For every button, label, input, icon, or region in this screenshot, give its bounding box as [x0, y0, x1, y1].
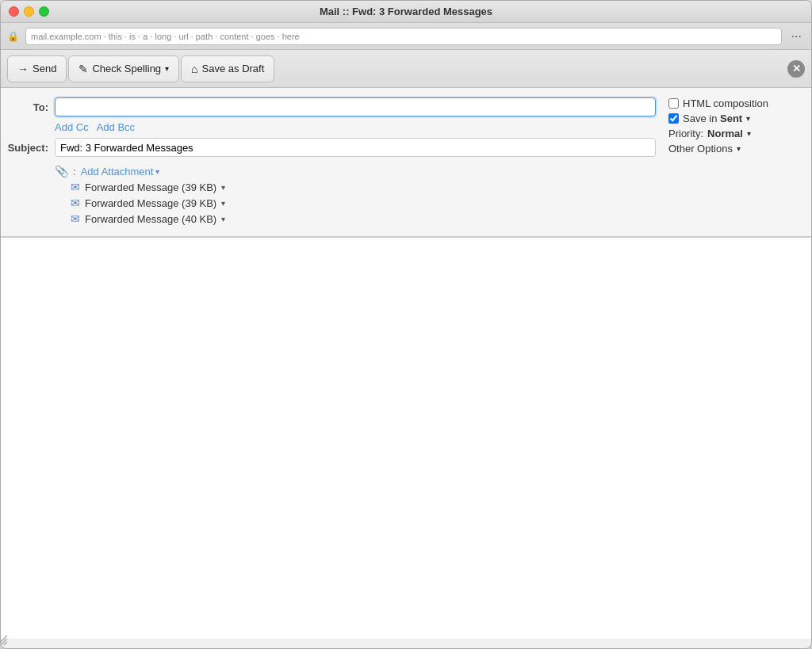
- save-as-draft-button[interactable]: ⌂ Save as Draft: [181, 55, 274, 82]
- attachment-name-3: Forwarded Message (40 KB): [85, 213, 216, 225]
- compose-body[interactable]: [1, 237, 811, 639]
- add-attachment-label: Add Attachment: [81, 166, 154, 178]
- paperclip-icon: 📎: [55, 165, 68, 178]
- priority-label: Priority:: [668, 128, 703, 139]
- envelope-icon: ✉: [71, 181, 80, 193]
- compose-area: To: Add Cc Add Bcc Subject: 📎: [1, 88, 811, 639]
- check-spelling-label: Check Spelling: [92, 63, 161, 74]
- html-composition-checkbox[interactable]: [668, 98, 679, 109]
- cc-bcc-row: Add Cc Add Bcc: [1, 120, 662, 135]
- attachment-name-2: Forwarded Message (39 KB): [85, 197, 216, 209]
- html-composition-row: HTML composition: [668, 97, 802, 109]
- check-spelling-icon: ✎: [79, 63, 88, 75]
- url-input[interactable]: mail.example.com · this · is · a · long …: [25, 28, 782, 45]
- svg-line-1: [1, 639, 7, 645]
- resize-icon: [0, 636, 7, 645]
- subject-input[interactable]: [55, 138, 656, 157]
- list-item: ✉ Forwarded Message (39 KB) ▾: [7, 181, 656, 193]
- list-item: ✉ Forwarded Message (40 KB) ▾: [7, 212, 656, 225]
- html-composition-label[interactable]: HTML composition: [683, 97, 768, 109]
- save-in-sent-bold: Sent: [720, 113, 742, 124]
- save-in-sent-label[interactable]: Save in Sent: [683, 113, 742, 124]
- close-button[interactable]: [9, 6, 19, 17]
- to-field-row: To:: [1, 94, 662, 120]
- resize-handle[interactable]: [0, 636, 7, 645]
- save-in-sent-row: Save in Sent ▾: [668, 113, 802, 124]
- list-item: ✉ Forwarded Message (39 KB) ▾: [7, 197, 656, 209]
- to-label: To:: [7, 101, 55, 113]
- attachment-header: 📎 : Add Attachment ▾: [7, 165, 656, 178]
- lock-icon: 🔒: [7, 31, 19, 42]
- fields-left: To: Add Cc Add Bcc Subject: 📎: [1, 94, 662, 230]
- options-panel: HTML composition Save in Sent ▾ Priority…: [668, 94, 811, 230]
- minimize-button[interactable]: [24, 6, 34, 17]
- save-as-draft-label: Save as Draft: [202, 63, 265, 74]
- window-title: Mail :: Fwd: 3 Forwarded Messages: [320, 6, 492, 17]
- titlebar: Mail :: Fwd: 3 Forwarded Messages: [1, 1, 811, 23]
- attachment-name-1: Forwarded Message (39 KB): [85, 181, 216, 193]
- save-in-sent-checkbox[interactable]: [668, 113, 679, 124]
- priority-row: Priority: Normal ▾: [668, 128, 802, 139]
- check-spelling-dropdown-arrow[interactable]: ▾: [165, 64, 169, 73]
- mail-compose-window: Mail :: Fwd: 3 Forwarded Messages 🔒 mail…: [0, 0, 812, 649]
- subject-field-row: Subject:: [1, 135, 662, 160]
- priority-dropdown-arrow[interactable]: ▾: [747, 129, 751, 138]
- url-text: mail.example.com · this · is · a · long …: [31, 32, 300, 41]
- other-options-label: Other Options: [668, 143, 733, 155]
- priority-value: Normal: [707, 128, 743, 139]
- close-compose-button[interactable]: ✕: [787, 60, 805, 78]
- send-label: Send: [33, 63, 56, 74]
- add-bcc-link[interactable]: Add Bcc: [97, 121, 135, 133]
- add-attachment-button[interactable]: Add Attachment ▾: [81, 166, 160, 178]
- window-controls: [9, 6, 49, 17]
- more-button[interactable]: ···: [788, 29, 805, 44]
- attachment-dropdown-3[interactable]: ▾: [221, 215, 225, 223]
- send-button[interactable]: → Send: [7, 55, 67, 82]
- address-bar: 🔒 mail.example.com · this · is · a · lon…: [1, 23, 811, 50]
- svg-line-2: [4, 642, 7, 645]
- toolbar: → Send ✎ Check Spelling ▾ ⌂ Save as Draf…: [1, 50, 811, 88]
- other-options-dropdown-arrow[interactable]: ▾: [737, 144, 741, 153]
- check-spelling-button[interactable]: ✎ Check Spelling ▾: [68, 55, 179, 82]
- add-attachment-dropdown-arrow[interactable]: ▾: [155, 167, 159, 176]
- to-input[interactable]: [55, 97, 656, 116]
- maximize-button[interactable]: [39, 6, 49, 17]
- attachment-separator: :: [73, 166, 76, 178]
- save-in-sent-dropdown-arrow[interactable]: ▾: [746, 114, 750, 123]
- fields-section: To: Add Cc Add Bcc Subject: 📎: [1, 88, 811, 237]
- subject-label: Subject:: [7, 142, 55, 154]
- save-as-draft-icon: ⌂: [191, 63, 197, 75]
- envelope-icon: ✉: [71, 212, 80, 225]
- add-cc-link[interactable]: Add Cc: [55, 121, 89, 133]
- envelope-icon: ✉: [71, 197, 80, 209]
- attachment-dropdown-1[interactable]: ▾: [221, 183, 225, 192]
- attachment-dropdown-2[interactable]: ▾: [221, 199, 225, 208]
- attachment-section: 📎 : Add Attachment ▾ ✉ Forwarded Message…: [1, 160, 662, 230]
- send-icon: →: [17, 63, 29, 75]
- other-options-row[interactable]: Other Options ▾: [668, 143, 802, 155]
